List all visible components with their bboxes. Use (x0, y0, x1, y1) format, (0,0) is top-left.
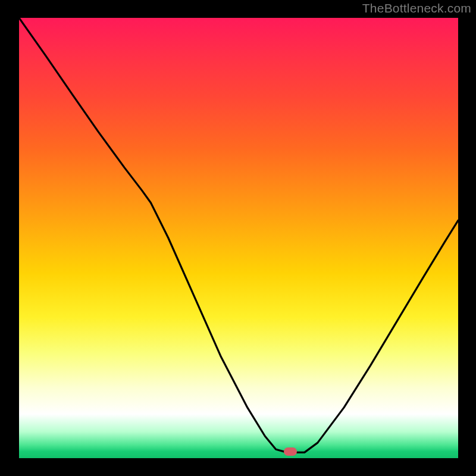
bottleneck-curve (19, 18, 458, 458)
plot-area (19, 18, 458, 458)
watermark-text: TheBottleneck.com (362, 1, 471, 15)
chart-frame: TheBottleneck.com (0, 0, 476, 476)
minimum-marker (284, 447, 297, 456)
